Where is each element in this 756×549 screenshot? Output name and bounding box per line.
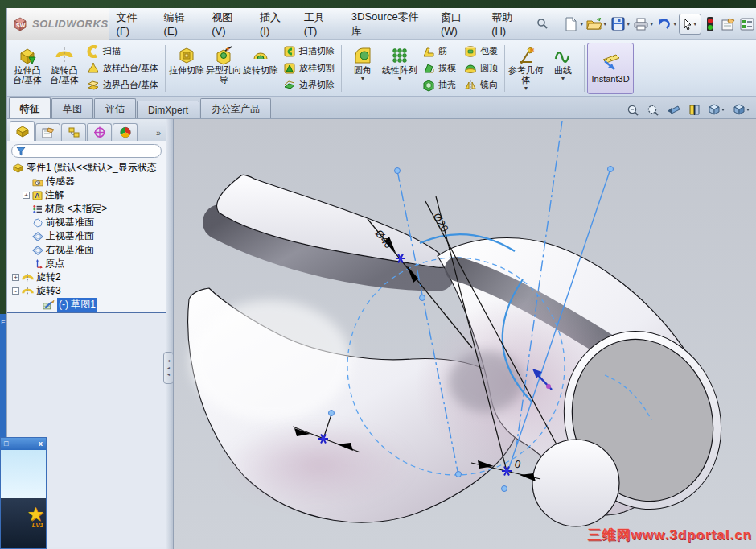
messenger-window[interactable]: □ x ★ LV1	[0, 437, 47, 549]
menu-3dsource[interactable]: 3DSource零件库	[344, 8, 433, 39]
open-dropdown-caret[interactable]: ▼	[602, 21, 608, 27]
tab-dimxpert[interactable]: DimXpert	[137, 101, 199, 118]
instant3d-button[interactable]: Instant3D	[587, 43, 634, 94]
print-icon[interactable]	[632, 14, 651, 35]
menu-help[interactable]: 帮助(H)	[484, 8, 532, 39]
tree-filter-input[interactable]	[11, 144, 162, 158]
tree-item-sketch1[interactable]: (-) 草图1	[7, 298, 166, 312]
extruded-boss-button[interactable]: 拉伸凸台/基体	[9, 43, 46, 94]
graphics-viewport[interactable]: Ø40 Ø20 0	[174, 119, 756, 549]
tab-evaluate[interactable]: 评估	[94, 98, 136, 118]
linear-pattern-button[interactable]: 线性阵列 ▼	[381, 43, 418, 94]
undo-dropdown-caret[interactable]: ▼	[672, 21, 678, 27]
search-icon[interactable]	[533, 14, 552, 35]
revolve-feature-icon	[22, 287, 34, 296]
part-icon	[15, 125, 30, 138]
menu-insert[interactable]: 插入(I)	[253, 8, 297, 39]
menu-view[interactable]: 视图(V)	[204, 8, 253, 39]
reference-geometry-button[interactable]: ✱ 参考几何体 ▼	[507, 43, 544, 94]
panel-collapse-handle[interactable]: ◂◂◂	[163, 352, 174, 384]
display-style-icon[interactable]	[733, 103, 750, 116]
menu-window[interactable]: 窗口(W)	[433, 8, 484, 39]
hole-wizard-button[interactable]: ★ 异型孔向导	[205, 43, 242, 94]
tree-item-origin[interactable]: 原点	[7, 257, 166, 270]
sensors-folder-icon	[32, 177, 43, 187]
dimxpertmanager-tab[interactable]	[87, 123, 112, 141]
select-tool-button[interactable]: ▼	[679, 14, 701, 35]
new-document-icon[interactable]	[562, 14, 581, 35]
tree-item-top-plane[interactable]: 上视基准面	[7, 229, 166, 243]
fillet-button[interactable]: 圆角 ▼	[344, 43, 381, 94]
tree-item-front-plane[interactable]: 前视基准面	[7, 216, 166, 229]
properties-icon[interactable]	[720, 14, 738, 35]
minimize-button[interactable]: □	[4, 440, 8, 448]
configuration-icon	[68, 126, 80, 138]
pattern-dropdown-caret[interactable]: ▼	[397, 76, 403, 82]
mirror-button[interactable]: 镜向	[460, 77, 502, 93]
dome-button[interactable]: 圆顶	[460, 60, 502, 76]
swept-cut-button[interactable]: 扫描切除	[279, 43, 339, 60]
wrap-icon	[464, 45, 477, 58]
save-dropdown-caret[interactable]: ▼	[626, 21, 631, 27]
previous-view-icon[interactable]	[667, 104, 681, 116]
tree-item-right-plane[interactable]: 右视基准面	[7, 243, 166, 257]
expand-box[interactable]: +	[23, 192, 30, 199]
rebuild-traffic-light-icon[interactable]	[701, 14, 720, 35]
draft-button[interactable]: 拔模	[418, 60, 460, 76]
tab-office-products[interactable]: 办公室产品	[200, 98, 271, 118]
menu-file[interactable]: 文件(F)	[109, 8, 157, 39]
section-view-icon[interactable]	[688, 104, 701, 116]
zoom-fit-icon[interactable]	[627, 104, 639, 116]
new-dropdown-caret[interactable]: ▼	[579, 21, 585, 27]
boundary-cut-button[interactable]: 边界切除	[279, 77, 339, 93]
open-file-icon[interactable]	[585, 14, 604, 35]
curves-button[interactable]: 曲线 ▼	[544, 43, 581, 94]
tab-features[interactable]: 特征	[9, 97, 51, 118]
save-icon[interactable]	[609, 14, 627, 35]
revolved-cut-button[interactable]: 旋转切除	[242, 43, 279, 94]
displaymanager-tab[interactable]	[113, 123, 138, 141]
heads-up-view-toolbar	[627, 103, 750, 116]
shell-button[interactable]: 抽壳	[418, 77, 460, 93]
undo-icon[interactable]	[655, 14, 674, 35]
lofted-boss-button[interactable]: 放样凸台/基体	[83, 60, 162, 76]
rib-button[interactable]: 筋	[418, 43, 460, 60]
close-icon[interactable]: x	[39, 440, 43, 448]
model-canvas[interactable]: Ø40 Ø20 0	[174, 119, 756, 549]
ribbon-toolbar: 拉伸凸台/基体 旋转凸台/基体 扫描 放样凸台/基体 边界凸台/基体	[7, 40, 756, 97]
wrap-button[interactable]: 包覆	[460, 43, 502, 60]
propertymanager-tab[interactable]	[35, 123, 60, 141]
tree-item-sensors[interactable]: 传感器	[7, 175, 166, 188]
tree-item-revolve3[interactable]: - 旋转3	[7, 284, 166, 298]
menu-tools[interactable]: 工具(T)	[297, 8, 344, 39]
view-orientation-icon[interactable]	[708, 103, 725, 116]
configurationmanager-tab[interactable]	[61, 123, 86, 141]
print-dropdown-caret[interactable]: ▼	[649, 21, 655, 27]
tab-sketch[interactable]: 草图	[51, 98, 93, 118]
fillet-dropdown-caret[interactable]: ▼	[360, 76, 366, 82]
instant3d-icon	[600, 53, 621, 71]
tree-item-revolve2[interactable]: + 旋转2	[7, 270, 166, 284]
boundary-boss-button[interactable]: 边界凸台/基体	[83, 77, 162, 93]
zoom-area-icon[interactable]	[647, 104, 659, 116]
tree-item-material[interactable]: 材质 <未指定>	[7, 202, 166, 216]
panel-more-chevron[interactable]: »	[156, 128, 161, 141]
panel-splitter[interactable]	[166, 119, 174, 549]
extruded-cut-button[interactable]: 拉伸切除	[168, 43, 205, 94]
filter-funnel-icon	[16, 147, 26, 156]
lofted-cut-button[interactable]: 放样切割	[279, 60, 339, 76]
linear-pattern-icon	[390, 46, 409, 65]
refgeo-dropdown-caret[interactable]: ▼	[524, 85, 529, 92]
sweep-button[interactable]: 扫描	[83, 43, 162, 60]
expand-box[interactable]: -	[12, 287, 19, 295]
curves-dropdown-caret[interactable]: ▼	[561, 76, 566, 82]
tree-root-part[interactable]: 零件1 (默认<<默认>_显示状态	[7, 161, 166, 175]
expand-box[interactable]: +	[12, 274, 19, 281]
revolved-boss-button[interactable]: 旋转凸台/基体	[46, 43, 83, 94]
select-dropdown-caret[interactable]: ▼	[692, 21, 698, 27]
tree-item-annotations[interactable]: + A 注解	[7, 188, 166, 202]
menu-edit[interactable]: 编辑(E)	[157, 8, 205, 39]
featuremanager-tab[interactable]	[10, 121, 35, 141]
ribbon-group-boss: 拉伸凸台/基体 旋转凸台/基体 扫描 放样凸台/基体 边界凸台/基体	[9, 41, 162, 95]
options-icon[interactable]	[738, 14, 756, 35]
